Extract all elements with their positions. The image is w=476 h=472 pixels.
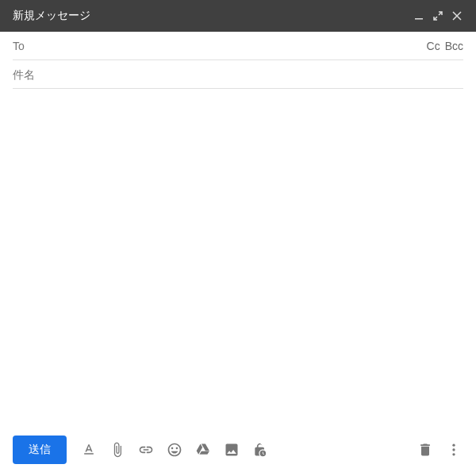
text-format-icon (81, 442, 97, 458)
link-icon (138, 442, 154, 458)
fullscreen-button[interactable] (428, 6, 447, 25)
compose-toolbar: 送信 (0, 428, 476, 472)
cc-bcc-group: Cc Bcc (427, 40, 463, 52)
trash-icon (417, 442, 433, 458)
insert-emoji-button[interactable] (162, 437, 187, 462)
to-label: To (13, 40, 25, 52)
insert-link-button[interactable] (133, 437, 159, 462)
cc-button[interactable]: Cc (427, 40, 440, 52)
svg-point-1 (452, 444, 455, 447)
insert-drive-button[interactable] (190, 437, 216, 462)
titlebar: 新規メッセージ (0, 0, 476, 32)
minimize-button[interactable] (409, 6, 428, 25)
image-icon (224, 442, 240, 458)
to-input[interactable] (31, 40, 427, 52)
bcc-button[interactable]: Bcc (445, 40, 463, 52)
expand-icon (433, 11, 443, 21)
emoji-icon (167, 442, 182, 458)
window-title: 新規メッセージ (13, 9, 409, 23)
lock-clock-icon (252, 442, 268, 458)
insert-photo-button[interactable] (219, 437, 244, 462)
paperclip-icon (109, 442, 125, 458)
drive-icon (195, 442, 211, 458)
close-icon (452, 11, 462, 21)
body-area (0, 89, 476, 428)
compose-window: 新規メッセージ To Cc Bcc 送信 (0, 0, 476, 472)
header-fields: To Cc Bcc (0, 32, 476, 89)
body-textarea[interactable] (13, 95, 463, 421)
to-row[interactable]: To Cc Bcc (13, 32, 463, 60)
subject-input[interactable] (13, 68, 463, 81)
subject-row[interactable] (13, 60, 463, 89)
svg-point-3 (452, 453, 455, 455)
confidential-mode-button[interactable] (248, 437, 273, 462)
more-options-button[interactable] (441, 437, 466, 462)
attach-button[interactable] (105, 437, 130, 462)
svg-rect-0 (415, 18, 423, 20)
svg-point-2 (452, 448, 455, 451)
send-button[interactable]: 送信 (13, 436, 67, 464)
formatting-button[interactable] (76, 437, 102, 462)
more-vert-icon (446, 442, 462, 458)
close-button[interactable] (447, 6, 466, 25)
minimize-icon (414, 11, 424, 21)
discard-button[interactable] (413, 437, 438, 462)
